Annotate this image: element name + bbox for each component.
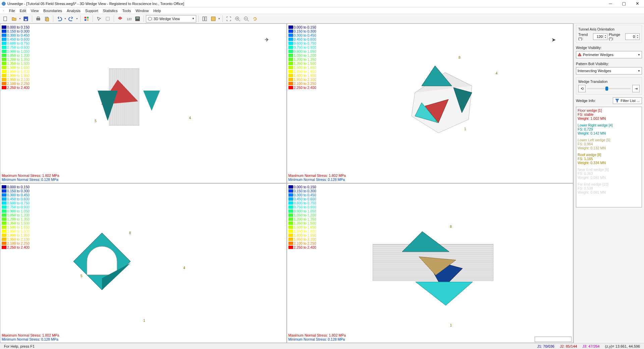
- legend-row: 0.450 to 0.600: [2, 37, 30, 41]
- wedge-info-item[interactable]: Floor wedge [1]FS: stableWeight: 1.002 M…: [578, 108, 640, 120]
- grid-view-button[interactable]: [83, 15, 91, 23]
- pan-button[interactable]: [104, 15, 112, 23]
- svg-rect-17: [203, 17, 204, 21]
- legend-row: 1.500 to 1.650: [2, 225, 30, 229]
- open-file-button[interactable]: [10, 15, 18, 23]
- wedge-info-list[interactable]: Floor wedge [1]FS: stableWeight: 1.002 M…: [576, 107, 642, 207]
- minimize-button[interactable]: ─: [604, 0, 617, 7]
- legend-row: 0.750 to 0.900: [288, 45, 316, 49]
- status-j2: J2: 85/144: [557, 344, 580, 348]
- legend-row: 1.650 to 1.800: [2, 229, 30, 233]
- legend-row: 0.450 to 0.600: [288, 37, 316, 41]
- translation-max-button[interactable]: ⇥: [632, 85, 640, 92]
- tile-button[interactable]: [201, 15, 209, 23]
- tunnel-3d-view: [401, 56, 489, 143]
- svg-line-21: [238, 20, 240, 21]
- plunge-label: Plunge (°):: [609, 33, 624, 41]
- wedge-info-item[interactable]: Roof wedge [8]FS: 1.165Weight: 0.334 MN: [578, 153, 640, 165]
- view-selector[interactable]: 3D Wedge View ▼: [146, 15, 196, 22]
- wedge-info-item[interactable]: Lower Left wedge [5]FS: 0.964Weight: 0.1…: [578, 138, 640, 150]
- menu-analysis[interactable]: Analysis: [64, 8, 83, 13]
- new-file-button[interactable]: [1, 15, 9, 23]
- legend-row: 0.900 to 1.050: [288, 49, 316, 53]
- copy-button[interactable]: [43, 15, 51, 23]
- menu-file[interactable]: File: [7, 8, 17, 13]
- filter-list-button[interactable]: Filter List ...: [613, 97, 642, 104]
- legend-row: 1.200 to 1.350: [2, 57, 30, 61]
- legend-row: 0.150 to 0.300: [2, 29, 30, 33]
- redo-dropdown[interactable]: ▼: [76, 17, 78, 20]
- undo-button[interactable]: [55, 15, 63, 23]
- wedge-info-item[interactable]: Lower Right wedge [4]FS: 0.729Weight: 0.…: [578, 123, 640, 135]
- legend-row: 2.250 to 2.400: [288, 245, 316, 249]
- wedge-visibility-label: Wedge Visibility:: [576, 46, 642, 50]
- translation-reset-button[interactable]: ⟲: [578, 85, 586, 92]
- command-input[interactable]: [535, 337, 572, 342]
- trend-spinner[interactable]: ▲▼: [593, 33, 607, 40]
- svg-text:123: 123: [127, 17, 131, 21]
- wedge-info-item[interactable]: Near End wedge [9]FS: 0.363Weight: 0.081…: [578, 167, 640, 180]
- viewport-bottom-right[interactable]: 0.000 to 0.1500.150 to 0.3000.300 to 0.4…: [287, 183, 574, 343]
- redo-button[interactable]: [67, 15, 75, 23]
- legend-row: 1.350 to 1.500: [288, 221, 316, 225]
- tunnel-section-view: [72, 231, 132, 292]
- status-help: For Help, press F1: [1, 344, 37, 348]
- plunge-spinner[interactable]: ▲▼: [625, 33, 640, 40]
- app-icon: [1, 1, 6, 6]
- zoom-out-button[interactable]: [242, 15, 250, 23]
- view-selector-label: 3D Wedge View: [154, 17, 180, 21]
- menu-statistics[interactable]: Statistics: [101, 8, 120, 13]
- open-recent-dropdown[interactable]: ▼: [19, 17, 21, 20]
- compute-button[interactable]: [133, 15, 142, 23]
- bolt-visibility-value: Intersecting Wedges: [578, 69, 611, 73]
- svg-rect-12: [87, 19, 89, 21]
- svg-rect-9: [85, 17, 86, 18]
- menu-boundaries[interactable]: Boundaries: [41, 8, 64, 13]
- dropdown-arrow-icon: ▼: [638, 69, 640, 72]
- legend-row: 1.650 to 1.800: [288, 69, 316, 73]
- input-data-button[interactable]: [116, 15, 124, 23]
- bolt-visibility-select[interactable]: Intersecting Wedges ▼: [576, 67, 642, 74]
- legend-row: 0.900 to 1.050: [2, 49, 30, 53]
- viewport-top-right[interactable]: 0.000 to 0.1500.150 to 0.3000.300 to 0.4…: [287, 23, 574, 183]
- maximize-button[interactable]: ▢: [617, 0, 631, 7]
- menu-help[interactable]: Help: [151, 8, 163, 13]
- translation-slider[interactable]: [587, 88, 631, 89]
- window-layout-button[interactable]: [209, 15, 217, 23]
- toolbar: ▼ ▼ ▼ 123 3D Wedge View ▼ ▼: [0, 14, 644, 23]
- svg-rect-18: [205, 17, 207, 21]
- wedge-info-item[interactable]: Far End wedge [10]FS: 0.538Weight: 0.081…: [578, 182, 640, 194]
- menu-edit[interactable]: Edit: [17, 8, 29, 13]
- legend-row: 1.200 to 1.350: [2, 217, 30, 221]
- plunge-input[interactable]: [626, 35, 636, 39]
- save-button[interactable]: [22, 15, 30, 23]
- legend-row: 0.300 to 0.450: [288, 193, 316, 197]
- joint-button[interactable]: 123: [125, 15, 133, 23]
- color-legend: 0.000 to 0.1500.150 to 0.3000.300 to 0.4…: [288, 185, 316, 249]
- svg-rect-4: [25, 19, 27, 20]
- close-button[interactable]: ✕: [631, 0, 644, 7]
- layout-dropdown[interactable]: ▼: [218, 17, 220, 20]
- menu-window[interactable]: Window: [133, 8, 151, 13]
- print-button[interactable]: [34, 15, 42, 23]
- legend-row: 2.100 to 2.250: [2, 241, 30, 245]
- undo-dropdown[interactable]: ▼: [64, 17, 66, 20]
- max-stress-label: Maximum Normal Stress: 1.802 MPa: [288, 173, 346, 178]
- compass-icon: ➤: [551, 37, 556, 43]
- system-icon[interactable]: [1, 8, 6, 13]
- trend-input[interactable]: [593, 35, 603, 39]
- wedge-visibility-value: Perimeter Wedges: [583, 53, 613, 57]
- filter-icon: [615, 99, 619, 103]
- menu-tools[interactable]: Tools: [120, 8, 133, 13]
- viewport-top-left[interactable]: 0.000 to 0.1500.150 to 0.3000.300 to 0.4…: [0, 23, 287, 183]
- rotate-button[interactable]: [251, 15, 259, 23]
- viewport-bottom-left[interactable]: 0.000 to 0.1500.150 to 0.3000.300 to 0.4…: [0, 183, 287, 343]
- zoom-extents-button[interactable]: [225, 15, 233, 23]
- legend-row: 1.800 to 1.950: [288, 73, 316, 78]
- wedge-visibility-select[interactable]: Perimeter Wedges ▼: [576, 51, 642, 58]
- menu-view[interactable]: View: [29, 8, 41, 13]
- menu-support[interactable]: Support: [83, 8, 101, 13]
- select-button[interactable]: [95, 15, 103, 23]
- zoom-in-button[interactable]: [233, 15, 241, 23]
- window-title: Unwedge - [Tutorial 05 Field Stress.weg5…: [7, 2, 604, 6]
